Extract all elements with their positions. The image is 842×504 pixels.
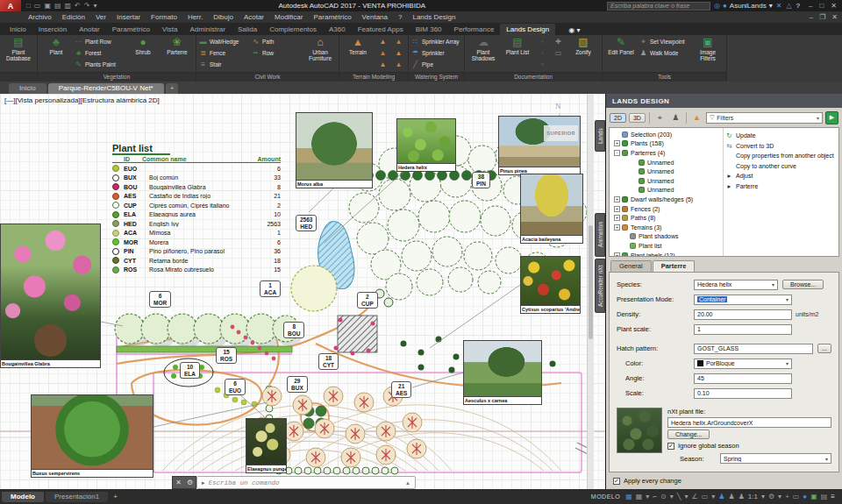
ribbon-button[interactable]: ☁ Plant Shadows xyxy=(467,36,499,71)
palette-side-tab[interactable]: Animation xyxy=(595,213,605,257)
snap-grid-icon[interactable]: ▦ xyxy=(636,493,643,500)
viewpoint-icon[interactable]: ⌖ xyxy=(653,111,667,124)
tree-expander[interactable]: + xyxy=(614,252,620,256)
ribbon-button[interactable]: ▲ xyxy=(376,59,389,70)
update-drawing-button[interactable]: ▶ xyxy=(825,111,838,124)
action-item[interactable]: ▸ Adjust xyxy=(725,171,837,181)
plant-count-label[interactable]: 29 BUX xyxy=(287,376,308,393)
annotation-visibility-icon[interactable]: ♟ xyxy=(718,493,724,500)
customize-icon[interactable]: ⚙ xyxy=(184,479,196,486)
terrain-icon[interactable]: ▲ xyxy=(690,111,703,124)
hatch-input[interactable]: GOST_GLASS xyxy=(694,344,813,354)
tree-item[interactable]: + Plant labels (12) xyxy=(610,251,723,256)
action-item[interactable]: ⇆ Convert to 3D xyxy=(725,141,837,152)
undo-icon[interactable]: ↶ xyxy=(75,2,81,10)
change-button[interactable]: Change... xyxy=(667,429,710,439)
plant-photo[interactable]: Elaeagnus pungens 'Aurea' xyxy=(246,418,287,473)
action-item[interactable]: Copy properties from another object xyxy=(725,151,837,161)
plant-photo[interactable]: Hedera helix xyxy=(396,118,456,172)
tree-item[interactable]: Unnamed xyxy=(610,176,723,186)
annotation-scale-icon[interactable]: ♟ xyxy=(739,493,745,500)
tree-item[interactable]: + Paths (8) xyxy=(610,213,723,223)
scale-dd-icon[interactable]: ▾ xyxy=(761,493,765,500)
tree-item[interactable]: + Plants (158) xyxy=(610,139,723,149)
ribbon-tab[interactable]: BIM 360 xyxy=(410,24,448,35)
color-select[interactable]: PorBloque ▾ xyxy=(694,358,792,369)
ribbon-button[interactable]: ╍ Row xyxy=(252,47,302,59)
tree-expander[interactable] xyxy=(631,178,637,184)
save-icon[interactable]: ▣ xyxy=(44,2,51,10)
ribbon-button[interactable]: ✎ Plants Paint xyxy=(75,59,125,70)
ribbon-button[interactable]: ≣ Fence xyxy=(199,47,249,59)
ribbon-button[interactable]: ⌂ Urban Furniture xyxy=(304,36,336,71)
workspace-icon[interactable]: ⚙ xyxy=(768,493,774,500)
ribbon-button[interactable]: ▲ xyxy=(392,36,405,47)
plant-photo[interactable]: Cytisus scoparius 'Andreanus' xyxy=(520,256,581,314)
tree-item[interactable]: Selection (203) xyxy=(610,130,723,139)
menu-item[interactable]: Dibujo xyxy=(208,13,239,21)
plant-count-label[interactable]: 1 ACA xyxy=(260,280,281,297)
viewport-controls-label[interactable]: [—][Vista personalizada][Estructura alám… xyxy=(4,96,160,104)
plant-photo[interactable]: Morus alba xyxy=(296,112,373,188)
snap-dd-icon[interactable]: ▾ xyxy=(646,493,649,500)
apply-checkbox[interactable]: ✓ xyxy=(613,478,620,485)
print-icon[interactable]: ▥ xyxy=(65,2,72,10)
ribbon-tab[interactable]: Featured Apps xyxy=(352,24,410,35)
density-input[interactable]: 20.00 xyxy=(694,309,792,320)
plant-count-label[interactable]: 6 EUO xyxy=(225,379,246,395)
ribbon-button[interactable]: ▣ Image Filters xyxy=(692,36,724,71)
ribbon-button[interactable]: ╱ Pipe xyxy=(411,59,461,70)
plant-photo[interactable]: Acacia baileyana xyxy=(520,174,583,244)
ribbon-button[interactable]: ▨ Zonify xyxy=(567,36,599,71)
ortho-icon[interactable]: ⌐ xyxy=(653,493,657,500)
ribbon-button[interactable]: ∷ Sprinkler Array xyxy=(411,36,461,47)
tree-expander[interactable] xyxy=(614,131,620,138)
menu-item[interactable]: ? xyxy=(393,13,407,21)
file-tab[interactable]: Inicio xyxy=(9,83,46,94)
menu-item[interactable]: Acotar xyxy=(239,13,269,21)
ribbon-tab[interactable]: Inicio xyxy=(4,24,32,35)
layout-tab[interactable]: Modelo xyxy=(2,492,44,502)
ribbon-panel-title[interactable]: Terrain Modeling xyxy=(339,72,408,82)
tree-expander[interactable] xyxy=(622,233,628,239)
tree-item[interactable]: Plant shadows xyxy=(610,232,723,242)
ribbon-panel-title[interactable]: Documentation xyxy=(465,72,602,82)
plant-photo[interactable]: Buxus sempervirens xyxy=(31,394,153,478)
tree-item[interactable]: Unnamed xyxy=(610,186,723,195)
walk-icon[interactable]: ♟ xyxy=(669,111,682,124)
isodraft-icon[interactable]: ╲ xyxy=(677,493,681,500)
ribbon-tab[interactable]: A360 xyxy=(323,24,352,35)
ribbon-button[interactable]: ✎ Edit Panel xyxy=(605,36,637,71)
user-dropdown-icon[interactable]: ▾ xyxy=(769,2,773,10)
ribbon-button[interactable]: ✚ xyxy=(552,36,565,47)
units-icon[interactable]: ▭ xyxy=(793,493,800,500)
vertical-scrollbar[interactable] xyxy=(587,94,594,489)
ribbon-panel-title[interactable]: Civil Work xyxy=(196,72,339,82)
window-control-button[interactable]: □ xyxy=(819,2,824,10)
menu-item[interactable]: Insertar xyxy=(111,13,146,21)
isolate-icon[interactable]: ▤ xyxy=(821,493,828,500)
scrollbar-thumb[interactable] xyxy=(589,225,593,339)
plant-photo[interactable]: Aesculus x carnea xyxy=(463,340,542,405)
presentation-select[interactable]: Container ▾ xyxy=(694,295,792,305)
ribbon-button[interactable]: ● Shrub xyxy=(127,36,159,71)
ribbon-panel-title[interactable]: Watering System xyxy=(409,72,464,82)
ribbon-button[interactable]: ♟ Walk Mode xyxy=(639,47,689,59)
ribbon-button[interactable]: ♣ Forest xyxy=(75,47,125,59)
ribbon-tab[interactable]: Lands Design xyxy=(500,24,555,35)
tree-expander[interactable] xyxy=(631,168,637,174)
browse-button[interactable]: Browse... xyxy=(782,280,824,289)
tree-item[interactable]: + Fences (2) xyxy=(610,204,723,214)
tree-expander[interactable]: + xyxy=(614,140,620,146)
ribbon-button[interactable]: ◦ xyxy=(536,36,549,47)
view-3d-button[interactable]: 3D xyxy=(629,113,646,123)
ribbon-panel-title[interactable]: Tools xyxy=(603,72,726,82)
ribbon-tab[interactable]: Salida xyxy=(232,24,263,35)
open-file-icon[interactable]: ▭ xyxy=(34,2,41,10)
menu-item[interactable]: Formato xyxy=(146,13,182,21)
doc-window-control[interactable]: ✕ xyxy=(831,13,838,21)
ribbon-button[interactable]: ▲ xyxy=(392,59,405,70)
ribbon-button[interactable]: ▤ Plant List xyxy=(502,36,533,71)
menu-item[interactable]: Edición xyxy=(57,13,90,21)
menu-item[interactable]: Ver xyxy=(90,13,111,21)
